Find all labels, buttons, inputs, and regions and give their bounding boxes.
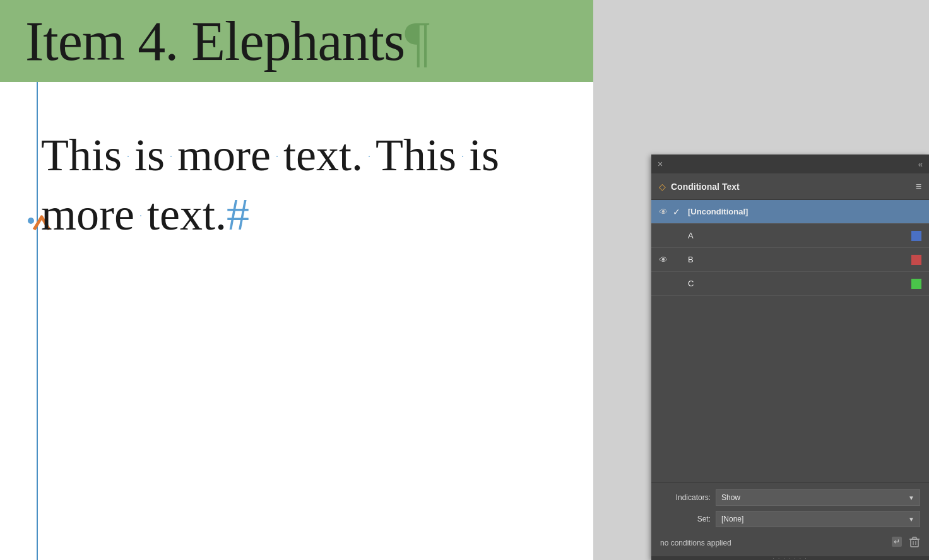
resize-dots-icon: · · · · · · · (773, 556, 808, 561)
condition-label-b: B (685, 255, 911, 264)
panel-title-row: ◇ Conditional Text ≡ (651, 173, 929, 200)
condition-label-unconditional: [Unconditional] (685, 207, 921, 216)
diamond-icon: ◇ (659, 182, 666, 192)
condition-label-a: A (685, 231, 911, 240)
indicators-label: Indicators: (660, 493, 711, 502)
anchor-dot (28, 218, 34, 224)
condition-row-unconditional[interactable]: 👁 ✓ [Unconditional] (651, 200, 929, 224)
check-icon-unconditional: ✓ (673, 207, 685, 217)
left-margin-line (37, 82, 38, 560)
document-title: Item 4. Elephants¶ (25, 9, 429, 73)
add-icon: ↵ (891, 536, 902, 547)
panel-topbar: × « (651, 155, 929, 173)
panel-menu-icon[interactable]: ≡ (916, 181, 921, 192)
panel-title: Conditional Text (671, 182, 740, 192)
status-actions: ↵ (891, 536, 920, 550)
document-body[interactable]: This·is·more·text.·This·is more·text.# (41, 126, 584, 244)
set-chevron-icon: ▼ (908, 516, 914, 523)
conditional-text-panel: × « ◇ Conditional Text ≡ 👁 ✓ [Unconditio… (651, 155, 929, 560)
condition-label-c: C (685, 279, 911, 288)
document-page: Item 4. Elephants¶ This·is·more·text.·Th… (0, 0, 593, 560)
body-text-line1: This·is·more·text.·This·is (41, 126, 584, 185)
delete-condition-button[interactable] (909, 536, 920, 550)
svg-rect-4 (913, 537, 916, 539)
panel-status-row: no conditions applied ↵ (660, 532, 920, 550)
body-text-line2: more·text.# (41, 185, 584, 245)
panel-close-button[interactable]: × (658, 159, 663, 169)
indicators-value: Show (721, 493, 740, 502)
indicators-chevron-icon: ▼ (908, 494, 914, 501)
eye-icon-b: 👁 (659, 255, 673, 265)
set-label: Set: (660, 515, 711, 523)
set-value: [None] (721, 515, 743, 523)
document-header: Item 4. Elephants¶ (0, 0, 593, 82)
set-control-row: Set: [None] ▼ (660, 511, 920, 527)
condition-row-b[interactable]: 👁 B (651, 248, 929, 272)
panel-conditions-list: 👁 ✓ [Unconditional] A 👁 B (651, 200, 929, 482)
panel-resize-bar[interactable]: · · · · · · · (651, 556, 929, 560)
trash-icon (909, 536, 920, 547)
indicators-select[interactable]: Show ▼ (716, 489, 920, 506)
document-background: Item 4. Elephants¶ This·is·more·text.·Th… (0, 0, 929, 560)
add-condition-button[interactable]: ↵ (891, 536, 902, 550)
svg-rect-2 (911, 539, 918, 547)
pilcrow-mark: ¶ (405, 11, 429, 72)
condition-row-c[interactable]: C (651, 272, 929, 296)
svg-text:↵: ↵ (894, 537, 900, 546)
status-text: no conditions applied (660, 539, 731, 547)
panel-title-left: ◇ Conditional Text (659, 182, 740, 192)
condition-row-a[interactable]: A (651, 224, 929, 248)
condition-color-c (911, 279, 921, 289)
title-text: Item 4. Elephants (25, 11, 405, 72)
indicators-control-row: Indicators: Show ▼ (660, 489, 920, 506)
panel-collapse-button[interactable]: « (918, 160, 923, 169)
panel-bottom-controls: Indicators: Show ▼ Set: [None] ▼ no cond… (651, 482, 929, 556)
set-select[interactable]: [None] ▼ (716, 511, 920, 527)
eye-icon-unconditional: 👁 (659, 207, 673, 217)
end-of-story-mark: # (227, 189, 249, 240)
condition-color-a (911, 231, 921, 241)
condition-color-b (911, 255, 921, 265)
